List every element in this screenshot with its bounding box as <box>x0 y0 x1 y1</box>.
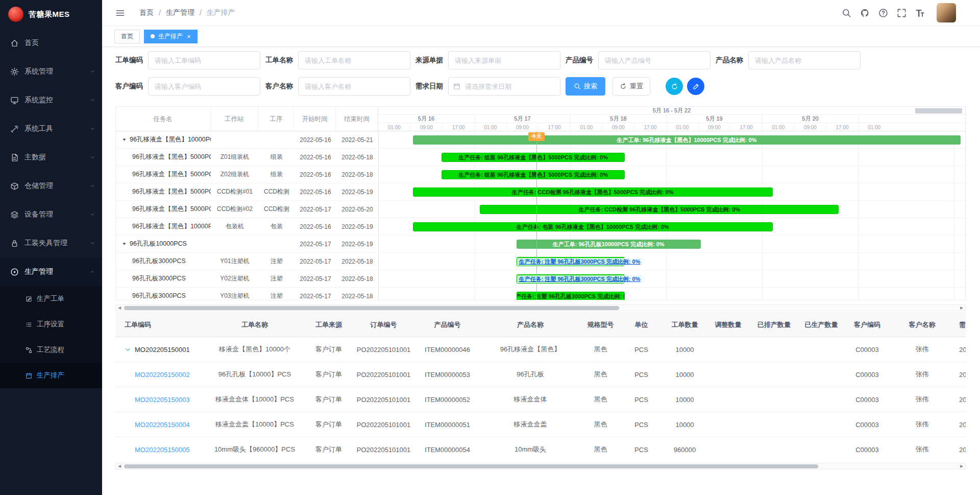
workorder-code-link[interactable]: MO202205150005 <box>135 446 190 454</box>
app-logo[interactable]: 苦糖果MES <box>0 0 102 29</box>
sidebar-item[interactable]: 仓储管理 <box>0 172 102 200</box>
table-hscrollbar[interactable]: ◀▶ <box>115 463 966 469</box>
edit-button[interactable] <box>687 78 704 95</box>
sidebar-item[interactable]: 工装夹具管理 <box>0 229 102 257</box>
scrollbar-thumb[interactable] <box>124 464 818 468</box>
tab-active-page[interactable]: 生产排产× <box>144 30 198 43</box>
gantt-hscrollbar[interactable]: ◀▶ <box>115 304 966 311</box>
gantt-bar[interactable]: 生产工单: 96孔孔板10000PCS 完成比例: 0% <box>517 240 701 249</box>
tab-home[interactable]: 首页 <box>114 30 140 43</box>
filter-field: 工单名称 <box>265 51 415 69</box>
search-icon[interactable] <box>842 8 851 18</box>
sidebar-subitem[interactable]: 生产工单 <box>0 286 102 312</box>
chevron-down-icon[interactable] <box>961 13 967 19</box>
table-cell: 2022 <box>954 387 966 412</box>
breadcrumb-item[interactable]: 生产管理 <box>166 8 194 17</box>
sidebar-subitem[interactable]: 工序设置 <box>0 312 102 337</box>
sidebar-subitem[interactable]: 工艺流程 <box>0 337 102 363</box>
sidebar-item[interactable]: 系统监控 <box>0 86 102 114</box>
task-process: 注塑 <box>259 274 295 283</box>
gantt-hour-label: 01:00 <box>570 123 602 131</box>
sidebar-item[interactable]: 设备管理 <box>0 200 102 229</box>
workorder-code-link[interactable]: MO202205150004 <box>135 421 190 429</box>
gantt-bar[interactable]: 生产任务: CCD检测 96孔移液盒【黑色】5000PCS 完成比例: 0% <box>480 205 839 214</box>
filter-input[interactable] <box>148 51 260 69</box>
search-icon <box>574 83 581 90</box>
task-process: CCD检测 <box>259 187 295 196</box>
filter-input[interactable] <box>748 51 861 69</box>
avatar[interactable] <box>937 3 956 22</box>
workorder-code-link[interactable]: MO202205150001 <box>135 346 190 353</box>
gantt-bar[interactable]: 生产任务: 包装 96孔移液盒【黑色】10000PCS 完成比例: 0% <box>413 222 773 231</box>
collapse-triangle-icon[interactable] <box>122 137 127 142</box>
filter-field: 需求日期 <box>415 77 566 96</box>
sidebar-item[interactable]: 系统工具 <box>0 114 102 143</box>
gear-icon <box>10 67 19 76</box>
workorder-code-link[interactable]: MO202205150002 <box>135 371 190 379</box>
breadcrumb-item: 生产排产 <box>207 8 235 17</box>
refresh-button[interactable] <box>666 78 683 95</box>
task-start: 2022-05-16 <box>295 188 336 196</box>
filter-input[interactable] <box>448 51 560 69</box>
topbar-actions <box>842 3 967 22</box>
scroll-left-arrow[interactable]: ◀ <box>116 305 123 311</box>
github-icon[interactable] <box>860 8 870 18</box>
table-cell: PO202205101001 <box>352 412 415 437</box>
table-row[interactable]: MO202205150004移液盒盒盖【10000】PCS客户订单PO20220… <box>115 412 966 437</box>
close-icon[interactable]: × <box>187 33 191 40</box>
filter-field: 产品名称 <box>716 51 866 69</box>
gantt-bar[interactable]: 生产任务: 注塑 96孔孔板3000PCS 完成比例: 0% <box>517 257 625 266</box>
scroll-right-arrow[interactable]: ▶ <box>958 463 965 469</box>
table-cell: 移液盒盒盖 <box>479 412 581 437</box>
search-button[interactable]: 搜索 <box>566 77 605 96</box>
question-icon[interactable] <box>878 8 888 18</box>
table-cell: MO202205150005 <box>115 437 204 462</box>
menu-fold-icon[interactable] <box>115 8 125 18</box>
workorder-code-link[interactable]: MO202205150003 <box>135 396 190 404</box>
table-row[interactable]: MO202205150003移液盒盒体【10000】PCS客户订单PO20220… <box>115 387 966 412</box>
scrollbar-thumb[interactable] <box>124 306 619 310</box>
scroll-right-arrow[interactable]: ▶ <box>958 305 965 311</box>
filter-input[interactable] <box>148 77 260 96</box>
sidebar-item[interactable]: 主数据 <box>0 143 102 172</box>
chevron-down-icon <box>90 69 95 74</box>
reset-button[interactable]: 重置 <box>612 77 650 96</box>
gantt-bar[interactable]: 生产任务: 组装 96孔移液盒【黑色】5000PCS 完成比例: 0% <box>442 153 625 162</box>
gantt-bar[interactable]: 生产工单: 96孔移液盒【黑色】10000PCS 完成比例: 0% <box>413 135 961 145</box>
sidebar-subitem-label: 工序设置 <box>37 320 64 329</box>
sidebar-item[interactable]: 生产管理 <box>0 257 102 286</box>
table-row[interactable]: MO20220515000510mm吸头【960000】PCS客户订单PO202… <box>115 437 966 462</box>
sidebar-item[interactable]: 系统管理 <box>0 57 102 86</box>
table-cell: 2022 <box>954 362 966 387</box>
scroll-left-arrow[interactable]: ◀ <box>116 463 123 469</box>
demand-date-input[interactable] <box>448 77 560 96</box>
sidebar-item-label: 主数据 <box>24 153 90 162</box>
fontsize-icon[interactable] <box>915 8 925 18</box>
row-expand-caret-icon[interactable] <box>125 346 131 353</box>
gantt-bar[interactable]: 生产任务: 注塑 96孔孔板3000PCS 完成比例: 0% <box>517 274 625 284</box>
task-start: 2022-05-17 <box>295 258 336 265</box>
filter-input[interactable] <box>298 77 410 96</box>
collapse-triangle-icon[interactable] <box>122 242 127 246</box>
fullscreen-icon[interactable] <box>897 8 906 18</box>
filter-label: 工单名称 <box>265 56 293 65</box>
table-row[interactable]: MO202205150001移液盒【黑色】10000个客户订单PO2022051… <box>115 337 966 362</box>
gantt-header: 任务名工作站工序开始时间结束时间5月 16 - 5月 225月 165月 175… <box>116 107 965 131</box>
table-cell: C00003 <box>844 387 890 412</box>
gantt-hour-label: 09:00 <box>698 123 730 131</box>
sidebar-subitem[interactable]: 生产排产 <box>0 363 102 388</box>
table-cell: 黑色 <box>581 437 620 462</box>
timeline-scrollbar-thumb[interactable] <box>915 108 962 113</box>
gantt-bar[interactable]: 生产任务: CCD检测 96孔移液盒【黑色】5000PCS 完成比例: 0% <box>413 187 773 197</box>
sidebar-item[interactable]: 首页 <box>0 29 102 57</box>
calendar-icon <box>26 372 32 379</box>
filter-input[interactable] <box>298 51 410 69</box>
gantt-bar[interactable]: 生产任务: 注塑 96孔孔板3000PCS 完成比例: 0% <box>517 292 625 300</box>
breadcrumb-item[interactable]: 首页 <box>139 8 154 17</box>
table-cell: 96孔孔板【10000】PCS <box>204 362 306 387</box>
gantt-bar[interactable]: 生产任务: 组装 96孔移液盒【黑色】5000PCS 完成比例: 0% <box>442 170 625 179</box>
filter-input[interactable] <box>598 51 710 69</box>
task-start: 2022-05-17 <box>295 206 336 213</box>
table-row[interactable]: MO20220515000296孔孔板【10000】PCS客户订单PO20220… <box>115 362 966 387</box>
task-station: Y01注塑机 <box>211 257 259 266</box>
